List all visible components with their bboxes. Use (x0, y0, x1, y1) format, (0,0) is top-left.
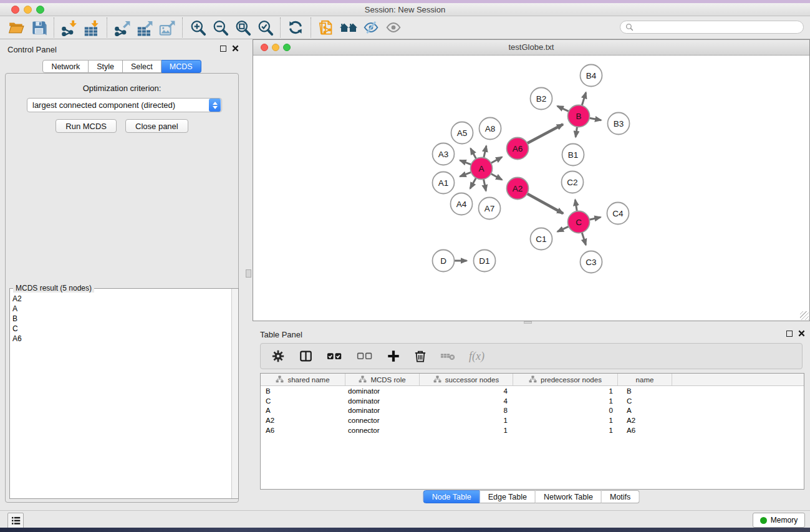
table-panel: Table Panel f(x) shared nameMCDS rolesuc… (253, 324, 810, 510)
cell-successor-nodes: 1 (420, 415, 513, 425)
graph-node-A1[interactable]: A1 (433, 172, 455, 194)
result-item[interactable]: A (10, 304, 238, 314)
graph-node-A4[interactable]: A4 (451, 193, 473, 215)
search-input[interactable] (637, 23, 798, 32)
cell-shared-name: A2 (261, 415, 345, 425)
float-table-panel-icon[interactable] (786, 331, 793, 337)
close-table-panel-icon[interactable] (798, 330, 805, 337)
select-all-checkboxes-icon[interactable] (327, 350, 343, 362)
search-field[interactable] (620, 21, 804, 34)
graph-node-A7[interactable]: A7 (479, 198, 501, 220)
run-mcds-button[interactable]: Run MCDS (55, 119, 117, 133)
import-table-button[interactable] (80, 17, 103, 38)
table-row[interactable]: Adominator80A (261, 406, 804, 416)
graph-node-C3[interactable]: C3 (581, 251, 602, 273)
refresh-button[interactable] (284, 17, 307, 38)
result-item[interactable]: B (10, 314, 238, 324)
float-panel-icon[interactable] (220, 46, 226, 52)
open-session-button[interactable] (5, 17, 27, 38)
table-row[interactable]: Cdominator41C (261, 396, 804, 406)
cell-successor-nodes: 1 (420, 425, 513, 435)
clear-table-icon[interactable] (440, 350, 455, 362)
vertical-splitter-handle[interactable] (246, 269, 251, 278)
svg-text:A2: A2 (513, 184, 523, 193)
svg-text:B3: B3 (614, 119, 624, 128)
result-item[interactable]: C (10, 324, 238, 334)
open-folder-icon (7, 19, 25, 36)
result-list-scrollbar[interactable] (231, 289, 238, 498)
close-panel-button[interactable]: Close panel (125, 119, 188, 133)
home-view-button[interactable] (337, 17, 360, 38)
column-header-shared-name[interactable]: shared name (261, 374, 345, 385)
cell-successor-nodes: 8 (420, 406, 513, 416)
table-row[interactable]: A2connector11A2 (261, 415, 804, 425)
zoom-in-button[interactable] (186, 17, 209, 38)
column-layout-icon[interactable] (299, 349, 313, 363)
export-table-button[interactable] (133, 17, 156, 38)
show-details-button[interactable] (382, 17, 405, 38)
graph-node-B[interactable]: B (568, 105, 590, 127)
tab-mcds[interactable]: MCDS (162, 60, 201, 73)
network-window-titlebar[interactable]: testGlobe.txt (253, 40, 809, 56)
graph-node-D[interactable]: D (433, 250, 455, 272)
node-table[interactable]: shared nameMCDS rolesuccessor nodesprede… (260, 373, 804, 490)
graph-node-A6[interactable]: A6 (507, 138, 529, 160)
tab-network[interactable]: Network (42, 60, 89, 73)
import-network-button[interactable] (58, 17, 80, 38)
result-item[interactable]: A6 (10, 334, 238, 344)
graph-node-B4[interactable]: B4 (581, 65, 602, 87)
cell-successor-nodes: 4 (420, 386, 513, 396)
cell-name: B (618, 386, 672, 396)
graph-node-C2[interactable]: C2 (562, 172, 584, 193)
tab-motifs[interactable]: Motifs (602, 490, 639, 503)
network-canvas[interactable]: B4B2BB3A5A8A6A3B1AC2A1A2A4A7C4CC1C3DD1 (253, 56, 809, 321)
column-header-name[interactable]: name (618, 374, 672, 385)
zoom-fit-button[interactable] (231, 17, 254, 38)
graph-node-D1[interactable]: D1 (474, 250, 496, 272)
tab-node-table[interactable]: Node Table (423, 490, 480, 503)
graph-node-A2[interactable]: A2 (507, 178, 529, 200)
hide-graphics-details-button[interactable] (360, 17, 382, 38)
graph-edge-A-A6 (491, 157, 502, 163)
add-row-icon[interactable] (387, 349, 400, 363)
zoom-out-button[interactable] (209, 17, 231, 38)
session-title: Session: New Session (0, 5, 810, 14)
tab-select[interactable]: Select (123, 60, 162, 73)
window-resize-grip[interactable] (800, 311, 809, 320)
new-network-file-button[interactable] (315, 17, 337, 38)
settings-gear-icon[interactable] (271, 349, 285, 363)
graph-node-B2[interactable]: B2 (531, 88, 552, 110)
function-builder-icon[interactable]: f(x) (469, 350, 485, 363)
export-image-button[interactable] (156, 17, 178, 38)
graph-node-C1[interactable]: C1 (531, 228, 552, 250)
graph-node-C[interactable]: C (568, 211, 590, 233)
column-header-mcds-role[interactable]: MCDS role (345, 374, 420, 385)
memory-button[interactable]: Memory (753, 513, 805, 528)
horizontal-splitter-handle[interactable] (524, 321, 532, 324)
table-row[interactable]: Bdominator41B (261, 386, 804, 396)
graph-node-C4[interactable]: C4 (607, 203, 629, 225)
graph-node-A[interactable]: A (471, 158, 493, 180)
export-network-button[interactable] (111, 17, 133, 38)
criterion-dropdown[interactable]: largest connected component (directed) (27, 98, 222, 112)
tab-edge-table[interactable]: Edge Table (480, 490, 536, 503)
graph-node-B1[interactable]: B1 (562, 144, 584, 166)
graph-node-A5[interactable]: A5 (451, 122, 473, 144)
column-header-successor-nodes[interactable]: successor nodes (420, 374, 513, 385)
tab-style[interactable]: Style (89, 60, 123, 73)
column-header-predecessor-nodes[interactable]: predecessor nodes (513, 374, 618, 385)
zoom-out-icon (212, 19, 229, 36)
tab-network-table[interactable]: Network Table (536, 490, 602, 503)
task-history-button[interactable] (7, 513, 24, 529)
graph-node-A3[interactable]: A3 (433, 143, 455, 165)
save-session-button[interactable] (27, 17, 50, 38)
graph-node-A8[interactable]: A8 (480, 118, 501, 140)
delete-row-icon[interactable] (414, 349, 427, 363)
export-network-icon (113, 19, 131, 36)
close-panel-icon[interactable] (232, 45, 239, 52)
zoom-selected-button[interactable] (254, 17, 276, 38)
graph-node-B3[interactable]: B3 (608, 113, 630, 135)
result-item[interactable]: A2 (10, 294, 238, 304)
table-row[interactable]: A6connector11A6 (261, 425, 804, 435)
deselect-all-checkboxes-icon[interactable] (357, 350, 373, 362)
